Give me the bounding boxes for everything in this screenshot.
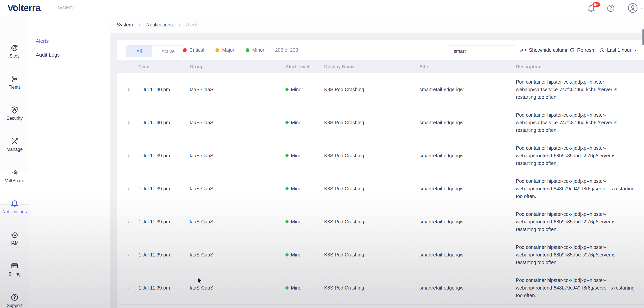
refresh-icon <box>569 48 575 53</box>
row-expand-chevron[interactable] <box>126 286 138 290</box>
table-row[interactable]: 1 Jul 11:39 pm IaaS-CaaS Minor K8S Pod C… <box>117 272 644 304</box>
cell-site: smartretail-edge-igw <box>420 186 516 192</box>
cell-description: Pod container hipster-co-xijddjxp--hipst… <box>516 276 636 299</box>
sidebar-item-sites[interactable]: Sites <box>0 44 29 67</box>
table-row[interactable]: 1 Jul 11:40 pm IaaS-CaaS Minor K8S Pod C… <box>117 106 644 139</box>
top-bar: Volterra system 9+ <box>0 0 644 16</box>
chevron-down-icon <box>634 48 637 52</box>
cell-group: IaaS-CaaS <box>190 285 286 291</box>
cell-time: 1 Jul 11:40 pm <box>138 120 190 126</box>
row-expand-chevron[interactable] <box>126 153 138 158</box>
sidebar-item-manage[interactable]: Manage <box>0 137 29 160</box>
sidebar-item-label: Security <box>6 116 22 121</box>
sidebar-item-billing[interactable]: Billing <box>0 262 29 285</box>
sidebar-item-iam[interactable]: IAM <box>0 230 29 254</box>
cell-site: smartretail-edge-igw <box>420 219 516 224</box>
severity-label: Minor <box>291 153 303 158</box>
tenant-selector[interactable]: system <box>57 5 78 10</box>
sidebar-item-support[interactable]: Support <box>0 293 29 308</box>
tab-active[interactable]: Active <box>152 46 184 57</box>
scrollbar-thumb[interactable] <box>642 29 644 46</box>
table-row[interactable]: 1 Jul 11:40 pm IaaS-CaaS Minor K8S Pod C… <box>117 73 644 106</box>
row-expand-chevron[interactable] <box>126 186 138 191</box>
question-icon <box>10 293 19 302</box>
breadcrumb-bar: System › Notifications › Alerts <box>110 16 644 33</box>
table-row[interactable]: 1 Jul 11:39 pm IaaS-CaaS Minor K8S Pod C… <box>117 139 644 172</box>
legend-critical[interactable]: Critical <box>183 47 204 53</box>
major-dot-icon <box>216 48 219 52</box>
subnav-item-alerts[interactable]: Alerts <box>36 38 48 44</box>
breadcrumb-system[interactable]: System <box>117 22 133 28</box>
cell-description: Pod container hipster-co-xijddjxp--hipst… <box>516 144 636 167</box>
fleets-icon <box>10 75 19 83</box>
sites-icon <box>10 44 19 52</box>
cell-alert-level: Minor <box>286 87 324 92</box>
show-hide-label: Show/hide column <box>529 47 568 53</box>
table-row[interactable]: 1 Jul 11:39 pm IaaS-CaaS Minor K8S Pod C… <box>117 172 644 205</box>
notifications-bell-button[interactable]: 9+ <box>587 4 598 14</box>
alerts-toolbar: All Active Critical Major Minor 203 of 2… <box>117 40 644 60</box>
tab-all[interactable]: All <box>126 46 152 57</box>
cell-display-name: K8S Pod Crashing <box>324 252 420 258</box>
volterra-logo[interactable]: Volterra <box>8 2 40 13</box>
cell-alert-level: Minor <box>286 153 324 158</box>
search-box: ✕ <box>448 46 516 57</box>
severity-label: Minor <box>291 252 303 258</box>
severity-dot <box>286 220 288 224</box>
sidebar-item-label: VoltShare <box>5 178 24 183</box>
shield-lock-icon <box>10 106 19 114</box>
sidebar-item-label: Support <box>7 303 22 308</box>
legend-major[interactable]: Major <box>216 47 234 53</box>
sidebar-item-voltshare[interactable]: VoltShare <box>0 168 29 192</box>
severity-dot <box>286 253 288 256</box>
column-header-group[interactable]: Group <box>190 64 286 70</box>
user-icon <box>627 2 638 14</box>
help-button[interactable] <box>607 4 615 12</box>
cell-description: Pod container hipster-co-xijddjxp--hipst… <box>516 78 636 101</box>
subnav-item-audit-logs[interactable]: Audit Logs <box>36 52 60 58</box>
table-header: Time Group Alert Level Display Name Site… <box>117 60 644 73</box>
sidebar-item-notifications[interactable]: Notifications <box>0 199 29 223</box>
row-expand-chevron[interactable] <box>126 219 138 224</box>
column-header-description[interactable]: Description <box>516 64 636 70</box>
row-expand-chevron[interactable] <box>126 87 138 92</box>
table-row[interactable]: 1 Jul 11:39 pm IaaS-CaaS Minor K8S Pod C… <box>117 238 644 272</box>
sidebar-item-security[interactable]: Security <box>0 106 29 129</box>
secondary-sidebar: Alerts Audit Logs <box>29 16 110 308</box>
column-header-time[interactable]: Time <box>138 64 190 70</box>
column-header-display-name[interactable]: Display Name <box>324 64 420 70</box>
cell-display-name: K8S Pod Crashing <box>324 153 420 158</box>
credit-card-icon <box>10 262 19 270</box>
severity-label: Minor <box>291 120 303 126</box>
result-count: 203 of 203 <box>275 40 298 60</box>
refresh-button[interactable]: Refresh <box>569 40 594 60</box>
account-chevron-down-icon[interactable] <box>640 6 644 10</box>
alerts-table-card: All Active Critical Major Minor 203 of 2… <box>117 40 644 308</box>
cell-group: IaaS-CaaS <box>190 186 286 192</box>
cell-site: smartretail-edge-igw <box>420 153 516 158</box>
search-input[interactable] <box>454 48 516 54</box>
sidebar-item-fleets[interactable]: Fleets <box>0 75 29 98</box>
severity-label: Minor <box>291 219 303 224</box>
bell-icon <box>10 199 19 208</box>
show-hide-column-button[interactable]: Show/hide column <box>522 40 568 60</box>
cell-description: Pod container hipster-co-xijddjxp--hipst… <box>516 244 636 266</box>
user-avatar[interactable] <box>627 2 638 14</box>
cell-site: smartretail-edge-igw <box>420 285 516 291</box>
severity-label: Minor <box>291 186 303 192</box>
cell-description: Pod container hipster-co-xijddjxp--hipst… <box>516 177 636 200</box>
severity-dot <box>286 187 288 190</box>
cell-alert-level: Minor <box>286 252 324 258</box>
legend-minor[interactable]: Minor <box>246 47 264 53</box>
table-row[interactable]: 1 Jul 11:39 pm IaaS-CaaS Minor K8S Pod C… <box>117 205 644 238</box>
column-header-site[interactable]: Site <box>420 64 516 70</box>
severity-label: Minor <box>291 285 303 291</box>
legend-label: Critical <box>190 47 204 53</box>
cell-site: smartretail-edge-igw <box>420 252 516 258</box>
column-header-alert-level[interactable]: Alert Level <box>286 64 324 70</box>
row-expand-chevron[interactable] <box>126 252 138 258</box>
row-expand-chevron[interactable] <box>126 120 138 125</box>
time-range-selector[interactable]: Last 1 hour <box>599 40 637 60</box>
time-range-label: Last 1 hour <box>607 47 631 53</box>
breadcrumb-notifications[interactable]: Notifications <box>146 22 173 28</box>
